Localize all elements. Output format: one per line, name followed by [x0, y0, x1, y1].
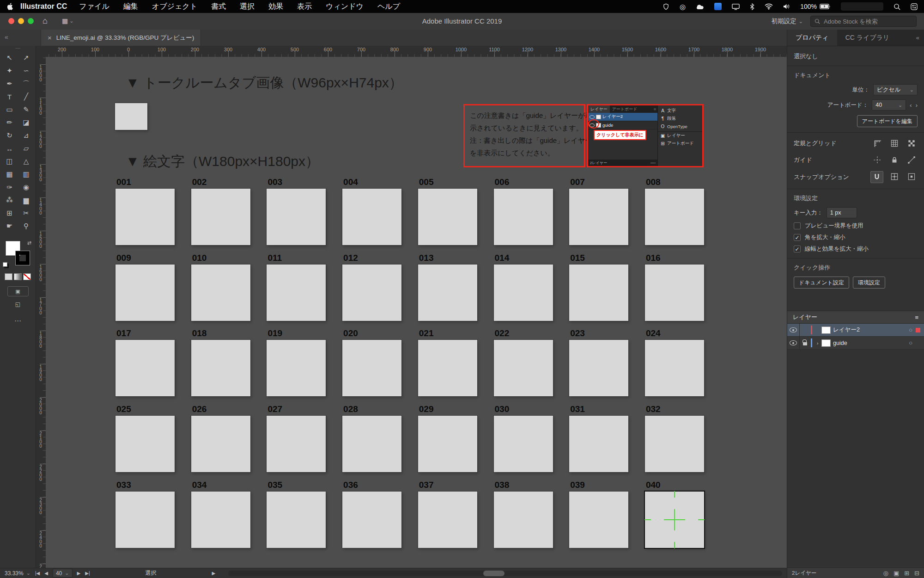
artboard-006[interactable] — [494, 189, 553, 245]
next-artboard-icon[interactable]: › — [916, 102, 918, 109]
screen-mode-icon[interactable]: ◱ — [15, 301, 20, 307]
artboard-015[interactable] — [569, 264, 628, 321]
document-tab[interactable]: × LINE_emoji.ai @ 33.33% (RGB/GPU プレビュー) — [41, 30, 201, 46]
battery-indicator[interactable]: 100% — [800, 3, 831, 10]
artboard-037[interactable] — [418, 492, 477, 548]
artboard-022[interactable] — [494, 340, 553, 396]
default-fill-stroke-icon[interactable] — [3, 262, 7, 267]
preferences-button[interactable]: 環境設定 — [853, 277, 885, 289]
artboard-tool[interactable]: ⊞ — [1, 207, 18, 220]
scale-strokes-checkbox[interactable]: ✓ — [794, 246, 801, 252]
snap-to-point-icon[interactable] — [870, 171, 883, 183]
gradient-tool[interactable]: ▥ — [18, 168, 35, 181]
artboard-028[interactable] — [342, 416, 401, 472]
last-artboard-button[interactable]: ▶| — [85, 571, 90, 576]
cloud-icon[interactable] — [696, 4, 704, 10]
delete-layer-icon[interactable]: ⊟ — [914, 570, 919, 577]
locate-object-icon[interactable]: ◎ — [883, 570, 888, 577]
artboard-020[interactable] — [342, 340, 401, 396]
gradient-button[interactable] — [14, 273, 22, 280]
collapse-dock-icon[interactable]: « — [916, 30, 924, 46]
expand-layer-icon[interactable]: › — [815, 340, 821, 346]
artboard-023[interactable] — [569, 340, 628, 396]
magic-wand-tool[interactable]: ✦ — [1, 64, 18, 77]
spotlight-search-icon[interactable] — [894, 3, 900, 10]
artboard-032[interactable] — [645, 416, 704, 472]
symbol-sprayer-tool[interactable]: ⁂ — [1, 194, 18, 207]
shaper-tool[interactable]: ✏ — [1, 116, 18, 129]
app-menu-title[interactable]: Illustrator CC — [20, 2, 67, 11]
rotate-tool[interactable]: ↻ — [1, 129, 18, 142]
artboard-010[interactable] — [191, 264, 250, 321]
menu-item[interactable]: ウィンドウ — [326, 2, 364, 12]
blend-tool[interactable]: ◉ — [18, 181, 35, 194]
artboard-025[interactable] — [116, 416, 175, 472]
canvas[interactable]: ▼ トークルームタブ画像（W96px×H74px） ▼ 絵文字（W180px×H… — [46, 57, 787, 568]
artboard-007[interactable] — [569, 189, 628, 245]
layer-name[interactable]: レイヤー2 — [833, 326, 909, 334]
artboard-tab-image[interactable] — [115, 103, 147, 130]
lasso-tool[interactable]: ∽ — [18, 64, 35, 77]
artboard-009[interactable] — [116, 264, 175, 321]
layer-name[interactable]: guide — [833, 340, 909, 346]
selection-tool[interactable]: ↖ — [1, 51, 18, 64]
next-artboard-button[interactable]: ▶ — [77, 571, 81, 576]
tab-properties[interactable]: プロパティ — [787, 30, 837, 46]
artboard-039[interactable] — [569, 492, 628, 548]
transparency-grid-icon[interactable] — [906, 138, 918, 149]
artboard-040[interactable] — [645, 492, 704, 548]
artboard-003[interactable] — [267, 189, 326, 245]
panel-menu-icon[interactable]: ≡ — [915, 314, 918, 321]
artboard-013[interactable] — [418, 264, 477, 321]
artboard-027[interactable] — [267, 416, 326, 472]
snap-to-pixel-icon[interactable] — [906, 171, 918, 182]
status-flyout-icon[interactable]: ▶ — [212, 571, 216, 576]
artboard-029[interactable] — [418, 416, 477, 472]
preview-bounds-checkbox[interactable] — [794, 222, 801, 229]
snap-to-grid-icon[interactable] — [888, 171, 900, 182]
artboard-select[interactable]: 40⌄ — [872, 99, 906, 111]
artboard-018[interactable] — [191, 340, 250, 396]
circular-app-icon[interactable]: ◎ — [680, 3, 686, 10]
wifi-icon[interactable] — [765, 3, 773, 10]
artboard-019[interactable] — [267, 340, 326, 396]
artboard-002[interactable] — [191, 189, 250, 245]
new-layer-icon[interactable]: ⊞ — [904, 570, 909, 577]
mesh-tool[interactable]: ▦ — [1, 168, 18, 181]
artboard-026[interactable] — [191, 416, 250, 472]
keyboard-increment-input[interactable]: 1 px — [827, 207, 857, 218]
previous-artboard-icon[interactable]: ‹ — [910, 102, 912, 109]
stock-search-field[interactable] — [810, 16, 917, 27]
lock-toggle[interactable] — [800, 337, 810, 349]
target-circle-icon[interactable]: ○ — [909, 339, 912, 346]
swap-fill-stroke-icon[interactable]: ⇄ — [27, 240, 31, 246]
artboard-030[interactable] — [494, 416, 553, 472]
toolbar-collapse-icon[interactable]: « — [5, 33, 8, 41]
curvature-tool[interactable]: ⌒ — [18, 77, 35, 90]
layer-row-layer2[interactable]: レイヤー2 ○ — [787, 324, 924, 337]
perspective-grid-tool[interactable]: △ — [18, 155, 35, 168]
menu-item[interactable]: オブジェクト — [152, 2, 197, 12]
eyedropper-tool[interactable]: ✑ — [1, 181, 18, 194]
artboard-001[interactable] — [116, 189, 175, 245]
tab-cc-libraries[interactable]: CC ライブラリ — [837, 30, 898, 46]
artboard-038[interactable] — [494, 492, 553, 548]
clipping-mask-icon[interactable]: ▣ — [894, 570, 899, 577]
scale-corners-checkbox[interactable]: ✓ — [794, 234, 801, 241]
color-button[interactable] — [5, 273, 12, 280]
menu-item[interactable]: ファイル — [79, 2, 109, 12]
lock-guides-icon[interactable] — [888, 154, 900, 166]
visibility-toggle[interactable] — [787, 324, 800, 336]
scale-tool[interactable]: ⊿ — [18, 129, 35, 142]
hand-tool[interactable]: ☛ — [1, 220, 18, 233]
artboard-008[interactable] — [645, 189, 704, 245]
menu-item[interactable]: 効果 — [268, 2, 283, 12]
column-graph-tool[interactable]: ▆ — [18, 194, 35, 207]
edit-toolbar-icon[interactable]: ⋯ — [14, 317, 21, 325]
artboard-036[interactable] — [342, 492, 401, 548]
artboard-005[interactable] — [418, 189, 477, 245]
artboard-012[interactable] — [342, 264, 401, 321]
edit-artboards-button[interactable]: アートボードを編集 — [857, 115, 918, 127]
artboard-034[interactable] — [191, 492, 250, 548]
grid-icon[interactable] — [888, 138, 900, 149]
